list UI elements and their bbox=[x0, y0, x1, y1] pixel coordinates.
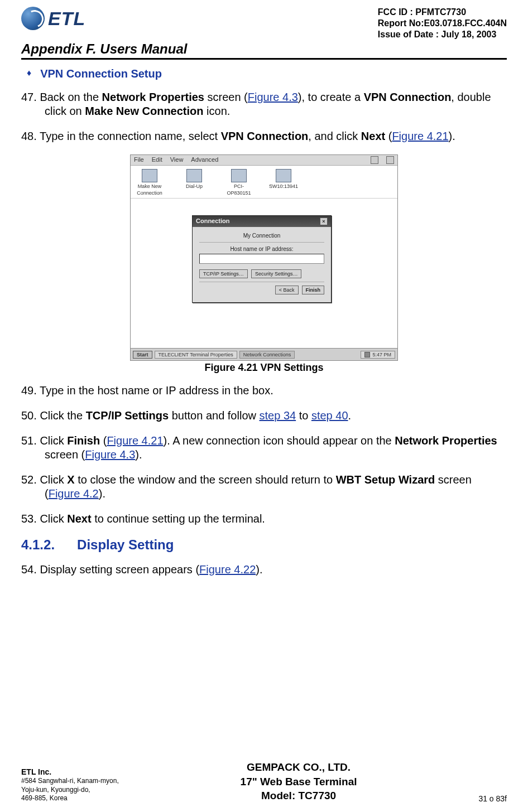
section-number: 4.1.2. bbox=[21, 537, 55, 553]
step-49: 49. Type in the host name or IP address … bbox=[21, 384, 507, 398]
host-input bbox=[199, 254, 324, 264]
link-step-34[interactable]: step 34 bbox=[260, 409, 296, 422]
company-logo: ETL bbox=[21, 7, 85, 30]
security-settings-button: Security Settings… bbox=[251, 269, 302, 278]
step-50: 50. Click the TCP/IP Settings button and… bbox=[21, 409, 507, 423]
section-heading: VPN Connection Setup bbox=[40, 67, 162, 80]
link-figure-4-2[interactable]: Figure 4.2 bbox=[49, 487, 99, 500]
step-list: 47. Back on the Network Properties scree… bbox=[21, 90, 507, 143]
connection-dialog: Connection × My Connection Host name or … bbox=[192, 215, 332, 303]
link-figure-4-21[interactable]: Figure 4.21 bbox=[392, 130, 448, 142]
figure-4-21: File Edit View Advanced Make NewConnecti… bbox=[21, 154, 507, 374]
start-button: Start bbox=[133, 351, 152, 359]
document-meta: FCC ID : PFMTC7730 Report No:E03.0718.FC… bbox=[378, 7, 507, 40]
footer-company-info: ETL Inc. #584 Sangwhal-ri, Kanam-myon, Y… bbox=[21, 767, 119, 803]
link-figure-4-3b[interactable]: Figure 4.3 bbox=[85, 448, 135, 461]
step-51: 51. Click Finish (Figure 4.21). A new co… bbox=[21, 434, 507, 462]
connection-name-label: My Connection bbox=[199, 233, 324, 239]
header-divider bbox=[21, 58, 507, 60]
page-footer: ETL Inc. #584 Sangwhal-ri, Kanam-myon, Y… bbox=[0, 760, 528, 803]
footer-product-info: GEMPACK CO., LTD. 17" Web Base Terminal … bbox=[241, 760, 357, 803]
finish-button: Finish bbox=[302, 286, 325, 294]
vpn-settings-screenshot: File Edit View Advanced Make NewConnecti… bbox=[130, 154, 398, 361]
step-48: 48. Type in the connection name, select … bbox=[21, 129, 507, 143]
fcc-id: FCC ID : PFMTC7730 bbox=[378, 7, 507, 18]
dialup-icon: Dial-Up bbox=[180, 169, 209, 196]
host-label: Host name or IP address: bbox=[199, 246, 324, 252]
logo-text: ETL bbox=[48, 8, 85, 30]
appendix-title: Appendix F. Users Manual bbox=[21, 41, 507, 57]
section-title: Display Setting bbox=[77, 537, 174, 553]
link-figure-4-3[interactable]: Figure 4.3 bbox=[248, 91, 298, 103]
step-53: 53. Click Next to continue setting up th… bbox=[21, 512, 507, 526]
help-icon bbox=[371, 156, 378, 164]
pci-icon: PCI-OP830151 bbox=[224, 169, 253, 196]
section-heading-row: ♦ VPN Connection Setup bbox=[21, 67, 507, 80]
step-list-2: 49. Type in the host name or IP address … bbox=[21, 384, 507, 526]
dialog-close-icon: × bbox=[320, 218, 328, 225]
step-54: 54. Display setting screen appears (Figu… bbox=[21, 563, 507, 577]
report-no: Report No:E03.0718.FCC.404N bbox=[378, 18, 507, 29]
figure-caption: Figure 4.21 VPN Settings bbox=[21, 362, 507, 374]
taskbar-item-1: TELECLIENT Terminal Properties bbox=[155, 351, 237, 359]
link-figure-4-21b[interactable]: Figure 4.21 bbox=[107, 434, 163, 447]
screenshot-toolbar: Make NewConnection Dial-Up PCI-OP830151 … bbox=[131, 166, 397, 199]
system-tray: 5:47 PM bbox=[361, 351, 395, 359]
bullet-diamond-icon: ♦ bbox=[27, 67, 31, 80]
page-number: 31 o 83f bbox=[478, 794, 507, 803]
screenshot-body: Connection × My Connection Host name or … bbox=[131, 199, 397, 355]
back-button: < Back bbox=[275, 286, 299, 294]
logo-icon bbox=[21, 7, 45, 30]
step-47: 47. Back on the Network Properties scree… bbox=[21, 90, 507, 118]
sw-icon: SW10:13941 bbox=[269, 169, 298, 196]
dialog-titlebar: Connection × bbox=[193, 216, 331, 227]
tcpip-settings-button: TCP/IP Settings… bbox=[199, 269, 248, 278]
screenshot-taskbar: Start TELECLIENT Terminal Properties Net… bbox=[131, 348, 397, 360]
step-list-3: 54. Display setting screen appears (Figu… bbox=[21, 563, 507, 577]
section-4-1-2-heading: 4.1.2. Display Setting bbox=[21, 537, 507, 553]
screenshot-menubar: File Edit View Advanced bbox=[131, 155, 397, 166]
close-icon bbox=[386, 156, 394, 164]
taskbar-item-2: Network Connections bbox=[239, 351, 295, 359]
link-step-40[interactable]: step 40 bbox=[311, 409, 348, 422]
make-new-connection-icon: Make NewConnection bbox=[135, 169, 164, 196]
step-52: 52. Click X to close the window and the … bbox=[21, 473, 507, 501]
link-figure-4-22[interactable]: Figure 4.22 bbox=[199, 563, 256, 576]
page-header: ETL FCC ID : PFMTC7730 Report No:E03.071… bbox=[21, 7, 507, 40]
issue-date: Issue of Date : July 18, 2003 bbox=[378, 29, 507, 40]
